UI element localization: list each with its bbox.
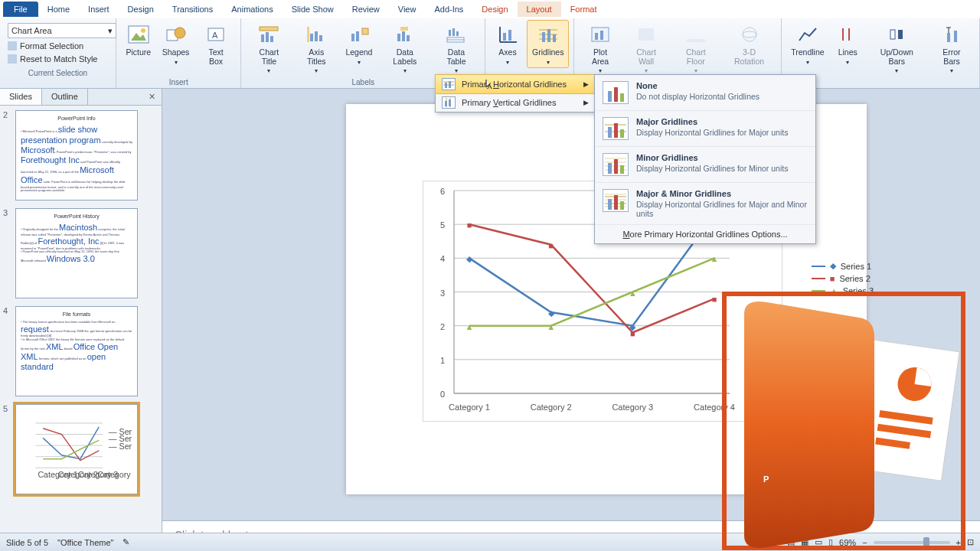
updown-bars-button[interactable]: Up/Down Bars▾ [867, 20, 927, 77]
svg-rect-40 [639, 28, 654, 41]
spellcheck-icon[interactable]: ✎ [122, 537, 129, 547]
picture-button[interactable]: Picture [121, 20, 155, 60]
textbox-button[interactable]: AText Box [196, 20, 237, 68]
shapes-icon [164, 22, 188, 47]
svg-text:3: 3 [440, 289, 445, 298]
error-bars-button[interactable]: Error Bars▾ [929, 20, 975, 77]
axis-titles-label: Axis Titles [299, 48, 335, 66]
chart-title-button[interactable]: Chart Title▾ [246, 20, 292, 77]
svg-rect-10 [270, 36, 273, 42]
tab-transitions[interactable]: Transitions [163, 2, 222, 17]
option-none[interactable]: NoneDo not display Horizontal Gridlines [595, 75, 815, 111]
tab-chart-format[interactable]: Format [561, 2, 606, 17]
svg-rect-14 [307, 27, 309, 42]
svg-rect-7 [260, 27, 278, 31]
reset-style-button[interactable]: Reset to Match Style [8, 54, 116, 64]
tab-slideshow[interactable]: Slide Show [283, 2, 343, 17]
tab-addins[interactable]: Add-Ins [425, 2, 472, 17]
tab-review[interactable]: Review [343, 2, 389, 17]
data-labels-button[interactable]: Data Labels▾ [379, 20, 431, 77]
outline-tab[interactable]: Outline [42, 89, 88, 105]
chart-floor-icon [684, 22, 708, 47]
svg-rect-59 [449, 99, 451, 106]
svg-point-43 [743, 31, 756, 37]
tab-insert[interactable]: Insert [79, 2, 119, 17]
svg-rect-74 [620, 165, 624, 174]
trendline-button[interactable]: Trendline▾ [786, 20, 829, 68]
gridlines-label: Gridlines [532, 48, 564, 57]
axis-titles-button[interactable]: Axis Titles▾ [294, 20, 340, 77]
option-major[interactable]: Major GridlinesDisplay Horizontal Gridli… [595, 111, 815, 147]
plot-area-icon [588, 22, 612, 47]
svg-rect-82 [620, 201, 624, 210]
gridlines-menu: Primary Horizontal Gridlines ▶ Primary V… [435, 74, 596, 112]
error-bars-icon [939, 22, 964, 47]
slides-tab[interactable]: Slides [0, 89, 42, 105]
gridlines-button[interactable]: Gridlines▾ [527, 20, 569, 68]
close-pane-button[interactable]: ✕ [142, 89, 162, 105]
data-table-button[interactable]: Data Table▾ [433, 20, 480, 77]
horizontal-gridlines-submenu: NoneDo not display Horizontal Gridlines … [594, 74, 816, 244]
fit-window-button[interactable]: ⊡ [967, 537, 974, 547]
legend-button[interactable]: Legend▾ [341, 20, 377, 68]
slide-thumbnail[interactable]: PowerPoint History• Originally designed … [15, 208, 138, 298]
tab-design[interactable]: Design [119, 2, 163, 17]
svg-rect-11 [310, 34, 313, 41]
slide-thumbnail[interactable]: PowerPoint Info• Microsoft PowerPoint is… [15, 110, 138, 201]
updown-bars-icon [884, 22, 909, 47]
tab-chart-design[interactable]: Design [472, 2, 517, 17]
axes-button[interactable]: Axes▾ [490, 20, 525, 68]
svg-rect-81 [614, 195, 618, 210]
data-table-label: Data Table [438, 48, 475, 66]
menu-item-vertical-gridlines[interactable]: Primary Vertical Gridlines ▶ [436, 93, 595, 112]
legend-item: Series 2 [839, 274, 870, 283]
slide-number: 2 [3, 110, 11, 201]
chevron-right-icon: ▶ [583, 99, 589, 106]
svg-text:▲: ▲ [466, 322, 474, 331]
chart-element-combo[interactable]: Chart Area▾ [8, 23, 116, 38]
tab-file[interactable]: File [3, 2, 38, 17]
svg-text:◆: ◆ [466, 254, 473, 263]
data-labels-icon [393, 22, 417, 47]
svg-text:4: 4 [440, 254, 445, 263]
option-title: Major Gridlines [636, 117, 788, 126]
tab-chart-layout[interactable]: Layout [518, 2, 561, 17]
legend-item: Series 1 [841, 262, 871, 271]
chart-wall-icon [634, 22, 658, 47]
slide-thumbnail-selected[interactable]: — Series 1— Series 2— Series 3Category 1… [15, 404, 138, 494]
option-minor[interactable]: Minor GridlinesDisplay Horizontal Gridli… [595, 147, 815, 183]
svg-rect-35 [547, 29, 550, 42]
svg-point-42 [743, 28, 756, 41]
menu-item-horizontal-gridlines[interactable]: Primary Horizontal Gridlines ▶ [435, 74, 596, 94]
svg-text:— Series 3: — Series 3 [109, 442, 132, 451]
svg-text:Category 2: Category 2 [531, 403, 572, 412]
shapes-button[interactable]: Shapes▾ [157, 20, 194, 68]
option-desc: Display Horizontal Gridlines for Major u… [636, 128, 788, 137]
data-labels-label: Data Labels [384, 48, 426, 66]
svg-rect-23 [452, 28, 455, 36]
chart-floor-label: Chart Floor [676, 48, 715, 66]
slide-number: 4 [3, 306, 11, 396]
axis-titles-icon [304, 22, 328, 47]
option-more[interactable]: More Primary Horizontal Gridlines Option… [595, 225, 815, 243]
lines-button[interactable]: Lines▾ [831, 20, 865, 68]
tab-animations[interactable]: Animations [222, 2, 282, 17]
svg-rect-67 [620, 129, 624, 138]
svg-rect-51 [954, 31, 957, 42]
tab-home[interactable]: Home [38, 2, 79, 17]
svg-rect-15 [351, 34, 354, 41]
svg-text:Category 4: Category 4 [97, 470, 132, 479]
svg-rect-29 [503, 33, 506, 41]
3d-rotation-icon [737, 22, 762, 47]
format-selection-label: Format Selection [20, 41, 83, 51]
format-selection-button[interactable]: Format Selection [8, 41, 116, 51]
option-major-minor[interactable]: Major & Minor GridlinesDisplay Horizonta… [595, 183, 815, 225]
axes-label: Axes [498, 48, 516, 57]
svg-rect-21 [400, 27, 408, 31]
svg-text:◆: ◆ [548, 308, 555, 318]
slide-thumbnail[interactable]: File formats• The binary format specific… [15, 306, 138, 396]
plot-area-button[interactable]: Plot Area▾ [579, 20, 621, 77]
chart-floor-button: Chart Floor▾ [671, 20, 720, 77]
tab-view[interactable]: View [389, 2, 426, 17]
svg-rect-73 [614, 159, 618, 174]
